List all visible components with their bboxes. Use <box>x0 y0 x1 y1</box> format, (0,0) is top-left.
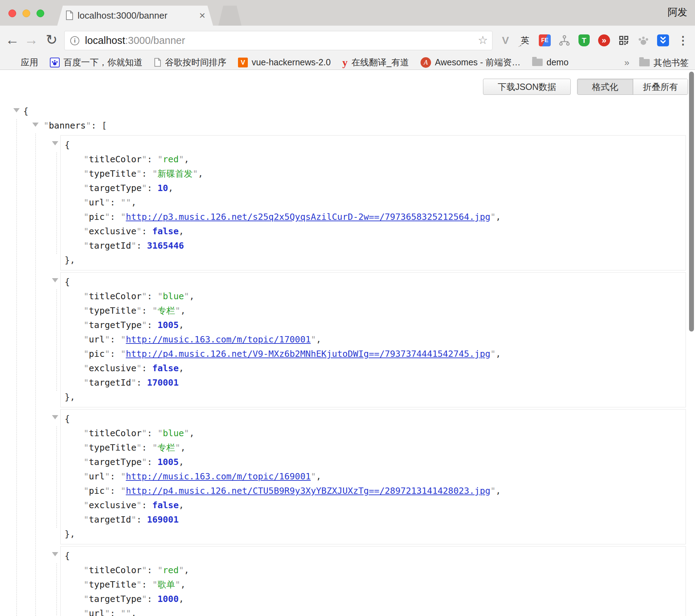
collapse-toggle-item[interactable] <box>52 141 58 145</box>
browser-toolbar: ← → ↻ i localhost:3000/banner ☆ V 英→ FE … <box>0 26 695 55</box>
reload-button[interactable]: ↻ <box>44 26 60 55</box>
json-property-line: "pic": "http://p3.music.126.net/s25q2x5Q… <box>61 210 686 224</box>
vue-devtools-extension-icon[interactable]: V <box>499 34 512 47</box>
page-favicon-icon <box>66 11 73 20</box>
address-bar[interactable]: i localhost:3000/banner ☆ <box>64 31 492 50</box>
banner-object-box: { "titleColor": "red","typeTitle": "新碟首发… <box>60 135 686 270</box>
json-property-line: "titleColor": "red", <box>61 152 686 166</box>
tab-close-icon[interactable]: × <box>199 6 205 26</box>
json-property-line: "typeTitle": "专栏", <box>61 303 686 318</box>
browser-profile-name[interactable]: 阿发 <box>668 6 687 19</box>
download-json-button[interactable]: 下载JSON数据 <box>483 79 571 95</box>
page-content: 下载JSON数据 格式化 折叠所有 { "banners": [ { "titl… <box>0 70 695 616</box>
indent-guide <box>57 563 57 616</box>
bookmarks-overflow-chevron[interactable]: » <box>624 57 629 68</box>
url-text[interactable]: localhost:3000/banner <box>85 31 185 50</box>
forward-button[interactable]: → <box>23 26 39 55</box>
indent-guide <box>57 426 57 528</box>
qrcode-extension-icon[interactable] <box>617 34 630 47</box>
bookmark-vue-hackernews[interactable]: V vue-hackernews-2.0 <box>238 57 331 67</box>
shield-extension-icon[interactable]: T <box>578 34 590 47</box>
sitemap-extension-icon[interactable] <box>558 34 571 47</box>
json-property-line: "url": "", <box>61 606 686 616</box>
qr-code-icon <box>618 34 630 46</box>
url-host: localhost <box>85 35 125 46</box>
json-property-line: "url": "http://music.163.com/m/topic/170… <box>61 332 686 347</box>
window-close-button[interactable] <box>8 9 16 17</box>
folder-icon <box>639 59 650 66</box>
fehelper-extension-icon[interactable]: FE <box>538 34 551 47</box>
double-chevron-down-icon <box>657 34 669 46</box>
indent-guide <box>57 152 57 254</box>
banner-items: { "titleColor": "red","typeTitle": "新碟首发… <box>60 135 686 616</box>
paw-extension-icon[interactable] <box>637 34 650 47</box>
format-button[interactable]: 格式化 <box>577 79 633 94</box>
bookmark-apps[interactable]: 应用 <box>8 57 38 68</box>
page-icon <box>154 58 161 67</box>
json-url-link[interactable]: http://music.163.com/m/topic/170001 <box>126 334 311 345</box>
item-lines: "titleColor": "red","typeTitle": "新碟首发",… <box>61 152 686 253</box>
sitemap-icon <box>558 34 570 46</box>
apps-grid-icon <box>8 58 17 67</box>
json-property-line: "targetId": 3165446 <box>61 238 686 253</box>
collapse-toggle-item[interactable] <box>52 415 58 419</box>
json-object-close: }, <box>61 253 686 267</box>
window-titlebar: localhost:3000/banner × 阿发 <box>0 0 695 26</box>
vue-v-icon: V <box>238 58 248 67</box>
json-property-line: "targetType": 1000, <box>61 592 686 606</box>
item-lines: "titleColor": "blue","typeTitle": "专栏","… <box>61 426 686 527</box>
forwarder-extension-icon[interactable]: » <box>598 34 610 47</box>
json-url-link[interactable]: http://p4.music.126.net/CTU5B9R9y3XyYBZX… <box>126 486 490 496</box>
collapse-toggle-item[interactable] <box>52 278 58 282</box>
browser-tab[interactable]: localhost:3000/banner × <box>57 6 213 26</box>
collapse-toggle-root[interactable] <box>13 108 20 112</box>
collapse-all-button[interactable]: 折叠所有 <box>633 79 688 94</box>
json-url-link[interactable]: http://music.163.com/m/topic/169001 <box>126 471 311 481</box>
collapse-toggle-item[interactable] <box>52 552 58 556</box>
json-property-line: "targetType": 10, <box>61 181 686 195</box>
page-info-icon[interactable]: i <box>70 36 79 45</box>
bookmark-awesomes[interactable]: A Awesomes - 前端资… <box>421 57 521 68</box>
banner-object-box: { "titleColor": "blue","typeTitle": "专栏"… <box>60 272 686 407</box>
bookmark-google-sort[interactable]: 谷歌按时间排序 <box>154 57 226 68</box>
json-property-line: "titleColor": "blue", <box>61 426 686 440</box>
json-url-link[interactable]: http://p3.music.126.net/s25q2x5QyqsAzilC… <box>126 212 490 222</box>
folder-icon <box>532 59 543 66</box>
download-manager-extension-icon[interactable] <box>657 34 669 47</box>
json-property-line: "exclusive": false, <box>61 224 686 238</box>
json-url-link[interactable]: http://p4.music.126.net/V9-MXz6b2MNhEKju… <box>126 349 490 359</box>
json-root-open: { <box>0 104 688 118</box>
scrollbar-thumb[interactable] <box>689 72 694 332</box>
bookmark-youdao[interactable]: y 在线翻译_有道 <box>342 57 409 68</box>
indent-guide <box>57 289 57 391</box>
banner-object-box: { "titleColor": "blue","typeTitle": "专栏"… <box>60 409 686 544</box>
back-button[interactable]: ← <box>4 26 20 55</box>
new-tab-button[interactable] <box>218 6 241 26</box>
tab-title: localhost:3000/banner <box>78 6 167 26</box>
json-property-line: "exclusive": false, <box>61 498 686 512</box>
bookmark-star-icon[interactable]: ☆ <box>478 31 488 50</box>
url-path: :3000/banner <box>125 35 185 46</box>
json-property-line: "typeTitle": "专栏", <box>61 440 686 455</box>
view-mode-button-group: 格式化 折叠所有 <box>577 79 688 95</box>
bookmark-baidu[interactable]: 百度一下，你就知道 <box>50 57 143 68</box>
json-banners-key-line: "banners": [ <box>0 118 688 133</box>
translate-extension-icon[interactable]: 英→ <box>519 34 531 47</box>
json-object-open: { <box>61 138 686 152</box>
bookmark-demo-folder[interactable]: demo <box>532 57 569 67</box>
json-property-line: "exclusive": false, <box>61 361 686 375</box>
window-zoom-button[interactable] <box>37 9 44 17</box>
json-property-line: "typeTitle": "新碟首发", <box>61 166 686 181</box>
browser-menu-button[interactable]: ⋮ <box>677 34 689 47</box>
other-bookmarks-folder[interactable]: 其他书签 <box>639 57 689 68</box>
awesomes-a-icon: A <box>421 57 431 68</box>
json-property-line: "pic": "http://p4.music.126.net/CTU5B9R9… <box>61 484 686 498</box>
collapse-toggle-banners[interactable] <box>32 123 39 127</box>
window-minimize-button[interactable] <box>22 9 30 17</box>
json-object-open: { <box>61 275 686 289</box>
youdao-y-icon: y <box>342 57 348 68</box>
json-property-line: "targetId": 169001 <box>61 512 686 527</box>
json-object-open: { <box>61 412 686 426</box>
json-property-line: "targetType": 1005, <box>61 455 686 469</box>
json-object-close: }, <box>61 390 686 404</box>
